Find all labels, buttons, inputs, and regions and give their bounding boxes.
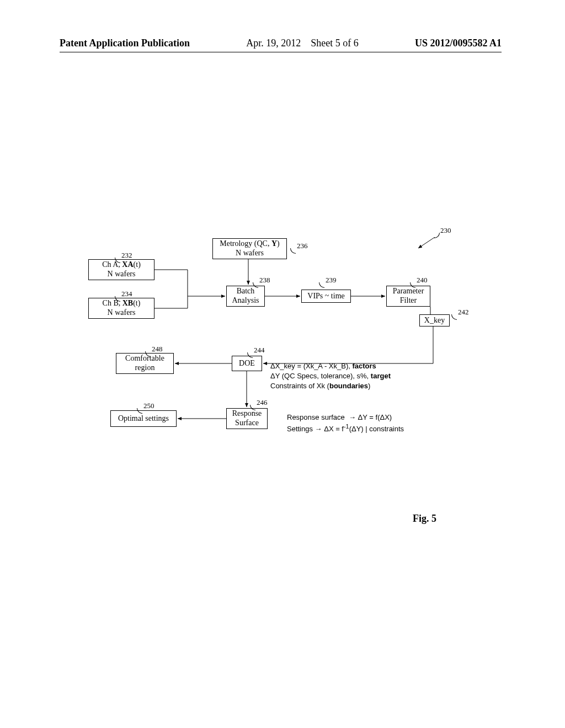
vips-text: VIPs ~ time (307, 292, 344, 301)
flowchart-diagram: Metrology (QC, Y) N wafers Ch A, XA(t) N… (88, 237, 475, 469)
ref-232: 232 (121, 251, 132, 260)
optimal-settings-box: Optimal settings (110, 410, 177, 427)
publication-date: Apr. 19, 2012 (246, 38, 301, 49)
batch-analysis-box: Batch Analysis (226, 286, 265, 307)
ref-230: 230 (440, 226, 451, 235)
doe-annot-l2: ΔY (QC Specs, tolerance), s%, target (270, 371, 391, 381)
doc-number: US 2012/0095582 A1 (415, 38, 502, 49)
comfort-line1: Comfortable (125, 354, 164, 363)
batch-line2: Analysis (232, 296, 259, 306)
resp-line2: Surface (235, 419, 259, 428)
chb-box: Ch B, XB(t) N wafers (88, 298, 154, 319)
doe-text: DOE (239, 359, 255, 368)
param-line1: Parameter (393, 287, 424, 296)
rs-annot-l1: Response surface → ΔY = f(ΔX) (287, 413, 404, 422)
figure-label: Fig. 5 (413, 513, 436, 524)
response-surface-annotation: Response surface → ΔY = f(ΔX) Settings →… (287, 413, 404, 435)
hook-230 (434, 233, 440, 238)
chb-line1: Ch B, XB(t) (103, 299, 141, 308)
sheet-label: Sheet 5 of 6 (311, 38, 358, 49)
header-rule (60, 52, 502, 52)
hook-236 (290, 248, 296, 254)
ref-234: 234 (121, 290, 132, 298)
hook-239 (319, 282, 324, 288)
doe-annot-l3: Constraints of Xk (boundaries) (270, 381, 391, 391)
ref-248: 248 (152, 345, 163, 354)
cha-line1: Ch A, XA(t) (102, 260, 141, 270)
metrology-line1: Metrology (QC, Y) (220, 239, 280, 249)
ref-250: 250 (143, 402, 154, 410)
optimal-text: Optimal settings (118, 414, 169, 424)
ref-244: 244 (254, 346, 265, 355)
metrology-box: Metrology (QC, Y) N wafers (212, 238, 287, 259)
ref-239: 239 (326, 276, 337, 285)
ref-238: 238 (259, 276, 270, 285)
header-center: Apr. 19, 2012 Sheet 5 of 6 (246, 38, 358, 49)
publication-label: Patent Application Publication (60, 38, 190, 49)
response-surface-box: Response Surface (226, 408, 268, 429)
doe-annot-l1: ΔX_key = (Xk_A - Xk_B), factors (270, 361, 391, 371)
param-line2: Filter (400, 296, 417, 306)
ref-236: 236 (297, 242, 308, 250)
resp-line1: Response (232, 409, 262, 419)
xkey-box: X_key (419, 314, 450, 326)
cha-line2: N wafers (108, 270, 136, 279)
rs-annot-l2: Settings → ΔX = f-1(ΔY) | constraints (287, 422, 404, 435)
parameter-filter-box: Parameter Filter (386, 286, 430, 307)
chb-line2: N wafers (108, 308, 136, 318)
ref-240: 240 (417, 276, 428, 285)
cha-box: Ch A, XA(t) N wafers (88, 259, 154, 280)
vips-box: VIPs ~ time (301, 290, 351, 303)
hook-242 (451, 314, 457, 320)
page-header: Patent Application Publication Apr. 19, … (0, 38, 565, 49)
xkey-text: X_key (424, 316, 445, 325)
comfortable-region-box: Comfortable region (116, 353, 174, 374)
doe-annotation: ΔX_key = (Xk_A - Xk_B), factors ΔY (QC S… (270, 361, 391, 392)
metrology-line2: N wafers (236, 249, 264, 258)
doe-box: DOE (232, 356, 262, 371)
ref-246: 246 (257, 398, 268, 407)
ref-242: 242 (458, 308, 469, 317)
batch-line1: Batch (237, 287, 255, 296)
comfort-line2: region (135, 363, 155, 373)
